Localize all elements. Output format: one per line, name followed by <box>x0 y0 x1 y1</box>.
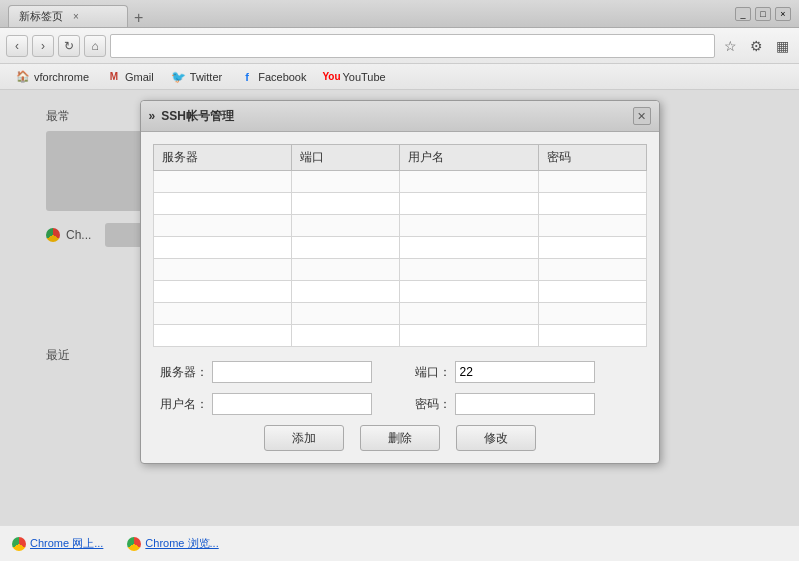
password-field-group: 密码： <box>396 393 595 415</box>
col-server: 服务器 <box>153 145 292 171</box>
username-field-group: 用户名： <box>153 393 372 415</box>
bookmark-label-gmail: Gmail <box>125 71 154 83</box>
dialog-title-text: SSH帐号管理 <box>161 108 234 125</box>
table-row <box>153 215 646 237</box>
dialog-title: » SSH帐号管理 <box>149 108 234 125</box>
chrome-icon-1 <box>12 537 26 551</box>
refresh-icon: ↻ <box>64 39 74 53</box>
ssh-dialog: » SSH帐号管理 ✕ 服务器 端口 用户名 密码 <box>140 100 660 464</box>
forward-btn[interactable]: › <box>32 35 54 57</box>
table-row <box>153 303 646 325</box>
home-btn[interactable]: ⌂ <box>84 35 106 57</box>
address-bar[interactable] <box>110 34 715 58</box>
bookmark-label-facebook: Facebook <box>258 71 306 83</box>
username-row: 用户名： 密码： <box>153 393 647 415</box>
server-label: 服务器： <box>153 364 208 381</box>
col-port: 端口 <box>292 145 400 171</box>
youtube-icon: You <box>324 70 338 84</box>
bookmark-gmail[interactable]: M Gmail <box>99 67 162 87</box>
chrome-link1-text: Chrome 网上... <box>30 536 103 551</box>
table-row <box>153 171 646 193</box>
dialog-title-icon: » <box>149 109 156 123</box>
server-input[interactable] <box>212 361 372 383</box>
dialog-title-bar: » SSH帐号管理 ✕ <box>141 101 659 132</box>
col-username: 用户名 <box>399 145 538 171</box>
dialog-close-btn[interactable]: ✕ <box>633 107 651 125</box>
bookmark-label-twitter: Twitter <box>190 71 222 83</box>
maximize-btn[interactable]: □ <box>755 7 771 21</box>
delete-btn[interactable]: 删除 <box>360 425 440 451</box>
tab-close-btn[interactable]: × <box>73 11 79 22</box>
active-tab[interactable]: 新标签页 × <box>8 5 128 27</box>
username-input[interactable] <box>212 393 372 415</box>
minimize-btn[interactable]: _ <box>735 7 751 21</box>
modal-overlay: » SSH帐号管理 ✕ 服务器 端口 用户名 密码 <box>0 90 799 525</box>
new-tab-btn[interactable]: + <box>128 9 149 27</box>
bookmark-label-vforchrome: vforchrome <box>34 71 89 83</box>
username-label: 用户名： <box>153 396 208 413</box>
refresh-btn[interactable]: ↻ <box>58 35 80 57</box>
tab-strip: 新标签页 × + <box>8 0 727 27</box>
dialog-body: 服务器 端口 用户名 密码 <box>141 132 659 463</box>
table-row <box>153 193 646 215</box>
browser-window: 新标签页 × + _ □ × ‹ › ↻ ⌂ ☆ ⚙ ▦ <box>0 0 799 561</box>
col-password: 密码 <box>538 145 646 171</box>
port-input[interactable] <box>455 361 595 383</box>
bookmark-label-youtube: YouTube <box>342 71 385 83</box>
chrome-link2-text: Chrome 浏览... <box>145 536 218 551</box>
window-controls: _ □ × <box>735 7 791 21</box>
home-icon: ⌂ <box>91 39 98 53</box>
password-input[interactable] <box>455 393 595 415</box>
nav-bar: ‹ › ↻ ⌂ ☆ ⚙ ▦ <box>0 28 799 64</box>
table-row <box>153 281 646 303</box>
bookmark-youtube[interactable]: You YouTube <box>316 67 393 87</box>
server-field-group: 服务器： <box>153 361 372 383</box>
gmail-icon: M <box>107 70 121 84</box>
bottom-bar: Chrome 网上... Chrome 浏览... <box>0 525 799 561</box>
back-btn[interactable]: ‹ <box>6 35 28 57</box>
chrome-browser-link[interactable]: Chrome 浏览... <box>127 536 218 551</box>
bookmark-twitter[interactable]: 🐦 Twitter <box>164 67 230 87</box>
add-btn[interactable]: 添加 <box>264 425 344 451</box>
close-btn[interactable]: × <box>775 7 791 21</box>
forward-icon: › <box>41 39 45 53</box>
chrome-webstore-link[interactable]: Chrome 网上... <box>12 536 103 551</box>
chrome-icon-2 <box>127 537 141 551</box>
settings-icon[interactable]: ⚙ <box>745 35 767 57</box>
bookmarks-icon[interactable]: ☆ <box>719 35 741 57</box>
password-label: 密码： <box>396 396 451 413</box>
tab-label: 新标签页 <box>19 9 63 24</box>
port-field-group: 端口： <box>396 361 595 383</box>
cast-icon[interactable]: ▦ <box>771 35 793 57</box>
table-row <box>153 325 646 347</box>
port-label: 端口： <box>396 364 451 381</box>
title-bar: 新标签页 × + _ □ × <box>0 0 799 28</box>
modify-btn[interactable]: 修改 <box>456 425 536 451</box>
facebook-icon: f <box>240 70 254 84</box>
page-content: 最常 Ch... 最近 <box>0 90 799 525</box>
bookmark-facebook[interactable]: f Facebook <box>232 67 314 87</box>
action-buttons: 添加 删除 修改 <box>153 425 647 451</box>
nav-action-icons: ☆ ⚙ ▦ <box>719 35 793 57</box>
bookmarks-bar: 🏠 vforchrome M Gmail 🐦 Twitter f Faceboo… <box>0 64 799 90</box>
table-row <box>153 237 646 259</box>
twitter-icon: 🐦 <box>172 70 186 84</box>
vforchrome-icon: 🏠 <box>16 70 30 84</box>
back-icon: ‹ <box>15 39 19 53</box>
ssh-accounts-table: 服务器 端口 用户名 密码 <box>153 144 647 347</box>
bookmark-vforchrome[interactable]: 🏠 vforchrome <box>8 67 97 87</box>
server-row: 服务器： 端口： <box>153 361 647 383</box>
table-row <box>153 259 646 281</box>
